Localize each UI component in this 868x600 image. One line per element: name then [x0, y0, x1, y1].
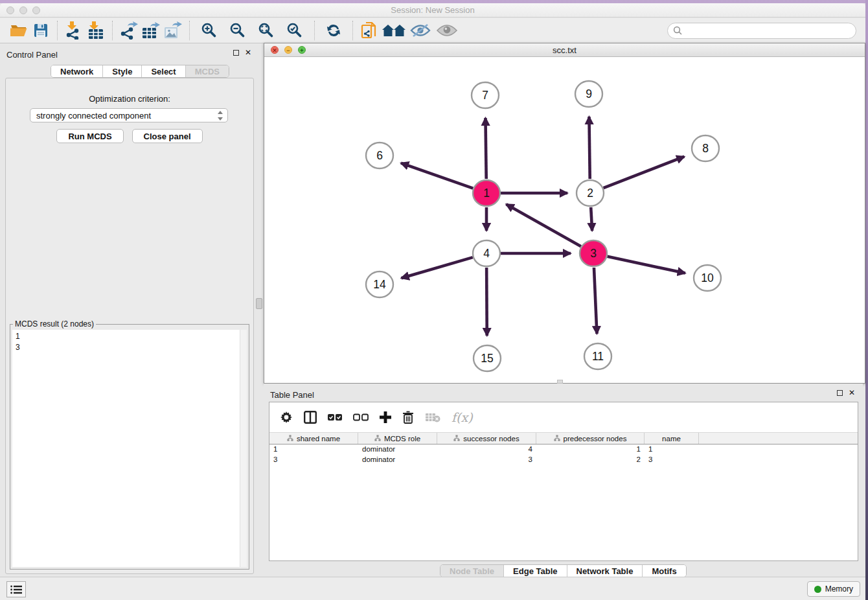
- graph-edge-2-3[interactable]: [591, 207, 592, 231]
- table-cell[interactable]: 3: [269, 455, 358, 465]
- export-table-icon[interactable]: [140, 20, 162, 41]
- node-table[interactable]: shared nameMCDS rolesuccessor nodesprede…: [269, 432, 858, 465]
- criterion-dropdown[interactable]: strongly connected component: [30, 108, 228, 122]
- column-header-name[interactable]: name: [645, 433, 699, 444]
- tab-motifs[interactable]: Motifs: [643, 565, 685, 577]
- search-icon: [673, 26, 683, 36]
- duplicate-network-icon[interactable]: [358, 20, 380, 41]
- delete-column-trash-icon[interactable]: [402, 411, 414, 424]
- table-cell[interactable]: 4: [437, 444, 536, 455]
- tab-select[interactable]: Select: [142, 65, 185, 77]
- graph-edge-1-6[interactable]: [401, 163, 473, 189]
- tab-style[interactable]: Style: [103, 65, 142, 77]
- graph-edge-3-11[interactable]: [594, 268, 597, 334]
- table-cell[interactable]: 3: [645, 455, 699, 465]
- tab-edge-table[interactable]: Edge Table: [504, 565, 567, 577]
- tree-hierarchy-icon: [453, 435, 460, 443]
- column-header-successor-nodes[interactable]: successor nodes: [437, 433, 536, 444]
- graph-node-11[interactable]: 11: [584, 343, 611, 369]
- graph-node-2[interactable]: 2: [577, 180, 604, 206]
- graph-node-label: 15: [481, 352, 493, 365]
- graph-node-7[interactable]: 7: [472, 82, 499, 108]
- table-cell[interactable]: 2: [536, 455, 645, 465]
- graph-edge-2-8[interactable]: [604, 157, 685, 188]
- column-header-MCDS-role[interactable]: MCDS role: [358, 433, 437, 444]
- graph-node-label: 6: [376, 149, 383, 162]
- toolbar-separator: [57, 21, 58, 40]
- select-all-checkboxes-icon[interactable]: [328, 413, 342, 421]
- graph-node-1[interactable]: 1: [473, 180, 500, 206]
- table-cell[interactable]: 1: [269, 444, 358, 455]
- graph-node-6[interactable]: 6: [366, 143, 393, 168]
- graph-node-4[interactable]: 4: [473, 240, 500, 266]
- table-cell[interactable]: dominator: [358, 444, 437, 455]
- add-column-icon[interactable]: [380, 411, 391, 423]
- refresh-icon[interactable]: [323, 20, 345, 41]
- graph-node-10[interactable]: 10: [694, 265, 721, 291]
- close-panel-button[interactable]: Close panel: [132, 129, 203, 143]
- tab-network-table[interactable]: Network Table: [567, 565, 643, 577]
- result-scrollbar[interactable]: [240, 330, 247, 567]
- status-bar: Memory: [0, 577, 865, 600]
- table-settings-gear-icon[interactable]: [280, 411, 293, 424]
- search-field[interactable]: [667, 23, 856, 39]
- open-session-icon[interactable]: [8, 20, 30, 41]
- hide-selected-eye-icon[interactable]: [407, 20, 433, 41]
- import-table-icon[interactable]: [85, 20, 107, 41]
- column-header-predecessor-nodes[interactable]: predecessor nodes: [536, 433, 645, 444]
- network-window-titlebar[interactable]: ✕ − + scc.txt: [264, 43, 865, 57]
- optimization-criterion-label: Optimization criterion:: [6, 94, 253, 104]
- show-eye-icon[interactable]: [433, 20, 461, 41]
- graph-edge-4-14[interactable]: [402, 257, 473, 278]
- save-session-icon[interactable]: [30, 20, 52, 41]
- close-table-panel-icon[interactable]: ✕: [849, 390, 855, 396]
- network-graph[interactable]: 7968124314101511: [264, 57, 865, 383]
- graph-node-14[interactable]: 14: [366, 271, 393, 297]
- run-mcds-button[interactable]: Run MCDS: [56, 129, 123, 143]
- task-history-button[interactable]: [6, 581, 26, 597]
- tab-node-table[interactable]: Node Table: [440, 565, 504, 577]
- tab-mcds[interactable]: MCDS: [186, 65, 229, 77]
- zoom-in-icon[interactable]: [198, 20, 220, 41]
- table-row[interactable]: 1dominator411: [269, 444, 858, 455]
- graph-edge-3-10[interactable]: [608, 257, 685, 273]
- mcds-result-text[interactable]: 1 3: [12, 330, 247, 567]
- table-header-row: shared nameMCDS rolesuccessor nodesprede…: [269, 432, 858, 444]
- table-cell[interactable]: 1: [645, 444, 699, 455]
- graph-edge-1-7[interactable]: [485, 118, 486, 179]
- export-network-icon[interactable]: [118, 20, 140, 41]
- deselect-all-checkboxes-icon[interactable]: [353, 413, 369, 421]
- export-image-icon[interactable]: [162, 20, 184, 41]
- toolbar-separator: [112, 21, 113, 40]
- graph-edge-3-1[interactable]: [506, 204, 580, 246]
- table-row[interactable]: 3dominator323: [269, 455, 858, 465]
- graph-node-15[interactable]: 15: [474, 345, 501, 371]
- table-cell[interactable]: 3: [437, 455, 536, 465]
- table-cell[interactable]: dominator: [358, 455, 437, 465]
- graph-edge-4-15[interactable]: [486, 268, 487, 336]
- close-panel-icon[interactable]: ✕: [245, 50, 251, 56]
- float-panel-icon[interactable]: [233, 50, 239, 56]
- zoom-fit-icon[interactable]: [255, 20, 277, 41]
- home-icon[interactable]: [380, 20, 407, 41]
- graph-edge-2-9[interactable]: [589, 117, 589, 179]
- column-header-shared-name[interactable]: shared name: [269, 433, 358, 444]
- show-columns-icon[interactable]: [304, 411, 317, 424]
- network-canvas[interactable]: 7968124314101511: [264, 57, 865, 383]
- graph-node-9[interactable]: 9: [575, 81, 602, 107]
- titlebar[interactable]: Session: New Session: [0, 3, 865, 17]
- splitter-grip[interactable]: [256, 298, 262, 309]
- tree-hierarchy-icon: [374, 435, 381, 443]
- memory-button[interactable]: Memory: [807, 581, 860, 597]
- dropdown-stepper-icon: [217, 110, 223, 123]
- zoom-out-icon[interactable]: [227, 20, 249, 41]
- search-input[interactable]: [667, 23, 856, 39]
- tab-network[interactable]: Network: [51, 65, 103, 77]
- float-table-panel-icon[interactable]: [837, 390, 843, 396]
- table-cell[interactable]: 1: [536, 444, 645, 455]
- zoom-selected-icon[interactable]: [284, 20, 306, 41]
- graph-node-8[interactable]: 8: [692, 135, 719, 161]
- import-network-icon[interactable]: [63, 20, 85, 41]
- table-panel-title: Table Panel: [270, 390, 314, 400]
- graph-node-3[interactable]: 3: [580, 240, 607, 266]
